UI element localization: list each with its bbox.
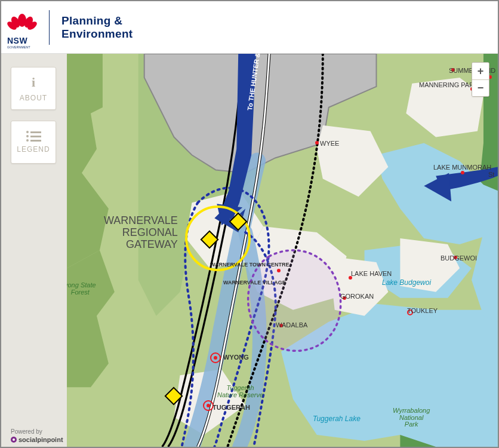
town-dot [279, 324, 283, 327]
department-name: Planning & Environment [61, 14, 133, 41]
town-dot [451, 68, 455, 72]
brand-text: socialpinpoint [19, 436, 63, 443]
about-button[interactable]: i ABOUT [11, 67, 56, 110]
logo-divider [49, 10, 50, 45]
powered-by: Powered by socialpinpoint [11, 428, 63, 443]
powered-by-text: Powered by [11, 428, 63, 435]
body: i ABOUT LEGEND Powered by socialpinpoint [1, 54, 498, 447]
legend-button[interactable]: LEGEND [11, 121, 56, 164]
town-dot [461, 171, 464, 174]
nsw-crest: NSW GOVERNMENT [7, 12, 37, 43]
dept-line1: Planning & [61, 14, 133, 27]
app-window: NSW GOVERNMENT Planning & Environment i … [0, 0, 499, 448]
map-canvas[interactable]: WARNERVALE REGIONAL GATEWAY WARNERVALE T… [67, 54, 498, 447]
logo: NSW GOVERNMENT Planning & Environment [7, 10, 133, 45]
town-dot [454, 256, 457, 259]
town-dot [277, 269, 281, 272]
town-dot [343, 296, 346, 300]
zoom-out-button[interactable]: − [472, 79, 489, 96]
waratah-icon [7, 12, 37, 35]
town-ring [407, 309, 413, 315]
socialpinpoint-link[interactable]: socialpinpoint [11, 436, 63, 443]
side-controls: i ABOUT LEGEND [11, 67, 56, 164]
list-icon [26, 131, 41, 142]
town-dot [349, 276, 352, 280]
about-label: ABOUT [20, 94, 47, 102]
nsw-text: NSW [7, 36, 37, 45]
zoom-in-button[interactable]: + [472, 63, 489, 79]
pin-icon [11, 437, 17, 443]
town-dot [315, 141, 319, 145]
legend-label: LEGEND [17, 145, 50, 154]
map-svg [67, 54, 498, 447]
zoom-controls: + − [472, 62, 489, 97]
nsw-gov-text: GOVERNMENT [7, 45, 37, 49]
strategic-centre-marker [210, 352, 221, 363]
strategic-centre-marker [203, 400, 214, 411]
info-icon: i [32, 75, 35, 90]
dept-line2: Environment [61, 27, 133, 41]
header: NSW GOVERNMENT Planning & Environment [1, 1, 498, 54]
